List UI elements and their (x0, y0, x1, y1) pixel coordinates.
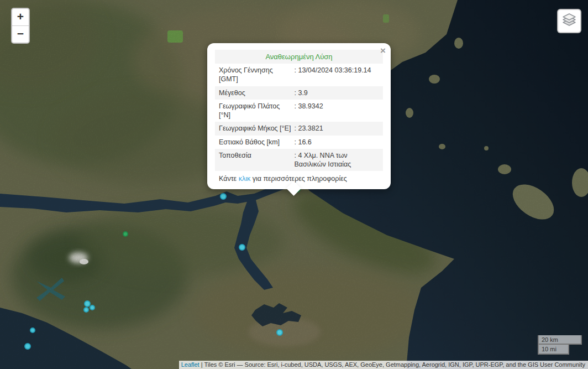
attribution-bar: Leaflet | Tiles © Esri — Source: Esri, i… (179, 361, 588, 369)
earthquake-marker[interactable] (24, 343, 31, 350)
zoom-control: + − (11, 8, 30, 44)
popup-row-depth: Εστιακό Βάθος [km] : 16.6 (215, 136, 383, 149)
attribution-text: Tiles © Esri — Source: Esri, i-cubed, US… (204, 361, 585, 368)
leaflet-link[interactable]: Leaflet (181, 361, 200, 368)
earthquake-marker[interactable] (30, 328, 35, 333)
popup-row-magnitude: Μέγεθος : 3.9 (215, 86, 383, 100)
zoom-in-button[interactable]: + (12, 9, 29, 26)
earthquake-marker[interactable] (83, 307, 89, 313)
popup-table: Αναθεωρημένη Λύση Χρόνος Γέννησης [GMT] … (215, 50, 383, 184)
popup-row-location: Τοποθεσία : 4 Χλμ. NNA των Βασιλικών Ιστ… (215, 149, 383, 171)
earthquake-marker[interactable] (239, 244, 245, 251)
zoom-out-button[interactable]: − (12, 26, 29, 43)
earthquake-marker[interactable] (90, 305, 95, 310)
popup-footer: Κάντε κλικ για περισσότερες πληροφορίες (215, 171, 383, 184)
earthquake-marker[interactable] (276, 329, 283, 336)
popup-row-longitude: Γεωγραφικό Μήκος [°E] : 23.3821 (215, 122, 383, 135)
map-app: + − × Αναθεωρημένη Λύση Χρόνος Γέννησης … (0, 0, 588, 369)
earthquake-marker[interactable] (220, 193, 227, 200)
scale-km: 20 km (538, 335, 582, 345)
popup-row-origin-time: Χρόνος Γέννησης [GMT] : 13/04/2024 03:36… (215, 64, 383, 86)
popup-close-icon[interactable]: × (380, 46, 386, 55)
popup-row-latitude: Γεωγραφικό Πλάτος [°N] : 38.9342 (215, 100, 383, 122)
scale-control: 20 km 10 mi (538, 335, 582, 355)
layers-control-button[interactable] (557, 9, 581, 33)
earthquake-popup: × Αναθεωρημένη Λύση Χρόνος Γέννησης [GMT… (207, 43, 391, 189)
scale-mi: 10 mi (538, 345, 569, 355)
earthquake-marker[interactable] (123, 231, 128, 237)
layers-icon (561, 13, 577, 29)
popup-title: Αναθεωρημένη Λύση (215, 50, 383, 64)
more-info-link[interactable]: κλικ (239, 175, 251, 183)
